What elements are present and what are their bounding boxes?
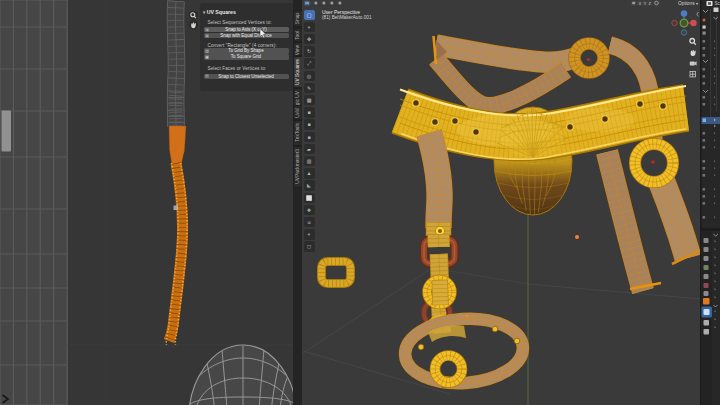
svg-text:Y: Y bbox=[643, 1, 646, 6]
svg-text:Z: Z bbox=[648, 1, 651, 6]
svg-text:X: X bbox=[638, 1, 641, 6]
svg-text:Sc: Sc bbox=[715, 1, 720, 6]
